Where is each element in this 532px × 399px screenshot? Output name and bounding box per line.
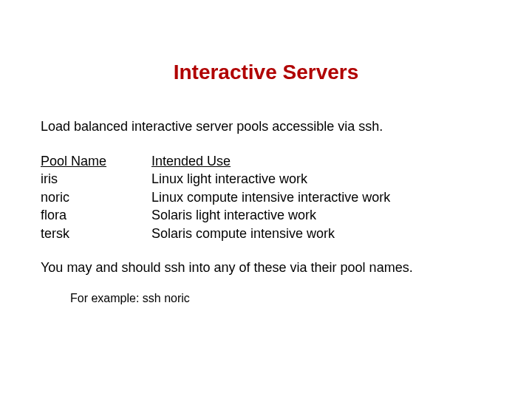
- slide-body: Load balanced interactive server pools a…: [41, 118, 491, 306]
- cell-pool: tersk: [41, 225, 151, 242]
- col-header-use: Intended Use: [151, 153, 491, 170]
- intro-text: Load balanced interactive server pools a…: [41, 118, 491, 135]
- cell-pool: flora: [41, 207, 151, 224]
- example-text: For example: ssh noric: [70, 291, 491, 306]
- cell-use: Linux light interactive work: [151, 171, 491, 188]
- cell-use: Solaris light interactive work: [151, 207, 491, 224]
- cell-use: Solaris compute intensive work: [151, 225, 491, 242]
- col-header-pool: Pool Name: [41, 153, 151, 170]
- pool-table: Pool Name Intended Use iris Linux light …: [41, 153, 491, 242]
- slide: Interactive Servers Load balanced intera…: [0, 61, 532, 399]
- slide-title: Interactive Servers: [0, 61, 532, 84]
- cell-pool: iris: [41, 171, 151, 188]
- note-text: You may and should ssh into any of these…: [41, 259, 491, 276]
- cell-use: Linux compute intensive interactive work: [151, 189, 491, 206]
- cell-pool: noric: [41, 189, 151, 206]
